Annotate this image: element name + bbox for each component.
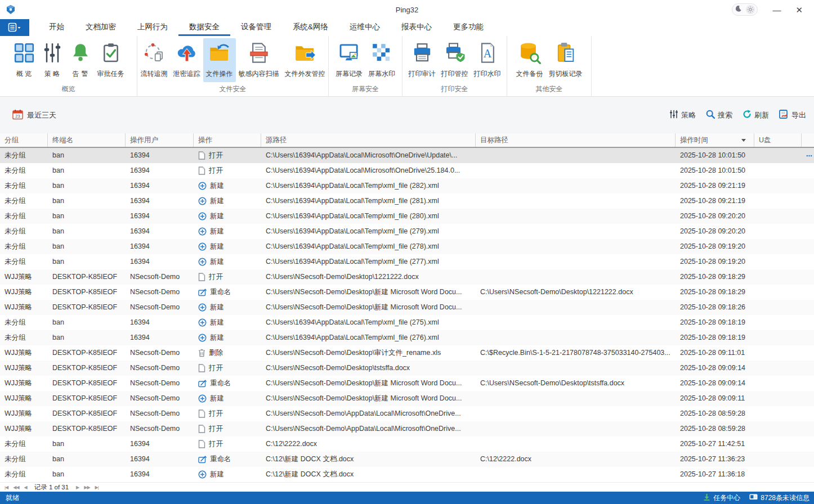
prev-page-button[interactable]: ◀ xyxy=(24,485,27,490)
ribbon-tab[interactable]: 上网行为 xyxy=(127,19,178,36)
cell-user: NSecsoft-Demo xyxy=(126,269,194,285)
table-row[interactable]: 未分组ban16394重命名C:\12\新建 DOCX 文档.docxC:\12… xyxy=(0,452,814,467)
table-row[interactable]: 未分组ban16394新建C:\Users\16394\AppData\Loca… xyxy=(0,330,814,345)
ribbon-button[interactable]: 策 略 xyxy=(38,38,66,82)
cell-operation: 打开 xyxy=(194,361,261,376)
ribbon-button[interactable]: 剪切板记录 xyxy=(546,38,585,82)
table-row[interactable]: WJJ策略DESKTOP-K85IEOFNSecsoft-Demo新建C:\Us… xyxy=(0,300,814,315)
table-row[interactable]: 未分组ban16394新建C:\Users\16394\AppData\Loca… xyxy=(0,239,814,254)
cell-operation: 新建 xyxy=(194,467,261,482)
ribbon-button[interactable]: 屏幕记录 xyxy=(333,38,365,82)
table-row[interactable]: 未分组ban16394打开C:\Users\16394\AppData\Loca… xyxy=(0,148,814,163)
fast-next-button[interactable]: ▶▶ xyxy=(84,485,90,490)
table-row[interactable]: WJJ策略DESKTOP-K85IEOFNSecsoft-Demo打开C:\Us… xyxy=(0,361,814,376)
table-row[interactable]: 未分组ban16394打开C:\Users\16394\AppData\Loca… xyxy=(0,163,814,178)
ribbon-button[interactable]: 文件操作 xyxy=(203,38,236,82)
ribbon-button[interactable]: 敏感内容扫描 xyxy=(236,38,282,82)
app-menu-button[interactable] xyxy=(0,19,29,36)
operation-label: 打开 xyxy=(209,361,223,376)
fast-prev-button[interactable]: ◀◀ xyxy=(13,485,19,490)
policy-filter-button[interactable]: 策略 xyxy=(669,110,696,120)
ribbon-tab[interactable]: 开始 xyxy=(38,19,75,36)
ribbon-tab[interactable]: 文档加密 xyxy=(75,19,127,36)
unread-messages-button[interactable]: 8728条未读信息 xyxy=(749,493,809,503)
column-header[interactable]: U盘 xyxy=(754,133,802,147)
ribbon-tab[interactable]: 系统&网络 xyxy=(282,19,339,36)
close-button[interactable]: ✕ xyxy=(795,6,803,14)
overview-icon xyxy=(13,42,35,66)
ribbon-button[interactable]: A打印水印 xyxy=(471,38,504,82)
ribbon-button-label: 文件外发管控 xyxy=(285,69,325,79)
ribbon-button[interactable]: 流转追溯 xyxy=(138,38,171,82)
column-header[interactable]: 操作时间 xyxy=(676,133,754,147)
ribbon-button[interactable]: 告 警 xyxy=(66,38,95,82)
cell-usb xyxy=(754,467,802,482)
cell-group: WJJ策略 xyxy=(0,345,48,361)
ribbon-tab[interactable]: 更多功能 xyxy=(442,19,494,36)
ribbon-group: 打印审计打印管控A打印水印打印安全 xyxy=(402,36,507,96)
column-header[interactable]: 目标路径 xyxy=(476,133,676,147)
first-page-button[interactable]: |◀ xyxy=(5,485,8,490)
ribbon-button[interactable]: 概 览 xyxy=(10,38,38,82)
table-row[interactable]: 未分组ban16394新建C:\Users\16394\AppData\Loca… xyxy=(0,194,814,209)
new-file-icon xyxy=(198,303,207,312)
cell-strip xyxy=(802,421,814,436)
table-row[interactable]: WJJ策略DESKTOP-K85IEOFNSecsoft-Demo打开C:\Us… xyxy=(0,269,814,285)
cell-user: 16394 xyxy=(126,467,194,482)
ribbon-button[interactable]: 文件备份 xyxy=(513,38,546,82)
table-row[interactable]: 未分组ban16394新建C:\Users\16394\AppData\Loca… xyxy=(0,178,814,194)
ribbon-tab[interactable]: 设备管理 xyxy=(230,19,282,36)
delete-icon xyxy=(198,349,205,357)
export-button[interactable]: 导出 xyxy=(779,110,806,120)
cell-source-path: C:\Users\16394\AppData\Local\Microsoft\O… xyxy=(261,163,476,178)
table-row[interactable]: WJJ策略DESKTOP-K85IEOFNSecsoft-Demo删除C:\Us… xyxy=(0,345,814,361)
ribbon-button[interactable]: 打印审计 xyxy=(406,38,439,82)
column-header[interactable]: 分组 xyxy=(0,133,48,147)
table-row[interactable]: 未分组ban16394新建C:\Users\16394\AppData\Loca… xyxy=(0,315,814,330)
table-row[interactable]: WJJ策略DESKTOP-K85IEOFNSecsoft-Demo重命名C:\U… xyxy=(0,376,814,391)
column-header[interactable]: 操作 xyxy=(194,133,261,147)
operation-label: 重命名 xyxy=(210,376,231,391)
ribbon-tab[interactable]: 数据安全 xyxy=(178,19,230,36)
refresh-button[interactable]: 刷新 xyxy=(743,110,769,120)
cell-source-path: C:\Users\16394\AppData\Local\Temp\xml_fi… xyxy=(261,209,476,224)
table-row[interactable]: 未分组ban16394打开C:\12\2222.docx2025-10-27 1… xyxy=(0,436,814,452)
next-page-button[interactable]: ▶ xyxy=(76,485,79,490)
column-header[interactable]: 操作用户 xyxy=(126,133,194,147)
ribbon-button[interactable]: 审批任务 xyxy=(95,38,127,82)
minimize-button[interactable]: — xyxy=(772,6,781,14)
ribbon-button-label: 屏幕水印 xyxy=(368,69,395,79)
table-row[interactable]: 未分组ban16394新建C:\Users\16394\AppData\Loca… xyxy=(0,254,814,269)
theme-toggle[interactable] xyxy=(732,3,758,16)
cell-strip xyxy=(802,406,814,421)
table-row[interactable]: 未分组ban16394新建C:\12\新建 DOCX 文档.docx2025-1… xyxy=(0,467,814,482)
ribbon-button[interactable]: 泄密追踪 xyxy=(171,38,203,82)
table-row[interactable]: 未分组ban16394新建C:\Users\16394\AppData\Loca… xyxy=(0,209,814,224)
cell-user: NSecsoft-Demo xyxy=(126,285,194,300)
ribbon-button[interactable]: 打印管控 xyxy=(439,38,471,82)
search-button[interactable]: 搜索 xyxy=(706,110,732,120)
ribbon-button[interactable]: 文件外发管控 xyxy=(282,38,328,82)
cell-operation: 重命名 xyxy=(194,376,261,391)
table-row[interactable]: 未分组ban16394新建C:\Users\16394\AppData\Loca… xyxy=(0,224,814,239)
column-header[interactable]: 源路径 xyxy=(261,133,476,147)
last-page-button[interactable]: ▶| xyxy=(95,485,99,490)
table-row[interactable]: WJJ策略DESKTOP-K85IEOFNSecsoft-Demo打开C:\Us… xyxy=(0,406,814,421)
cell-terminal: ban xyxy=(48,209,126,224)
date-range-filter[interactable]: 23 最近三天 xyxy=(12,109,56,122)
table-row[interactable]: WJJ策略DESKTOP-K85IEOFNSecsoft-Demo新建C:\Us… xyxy=(0,391,814,406)
new-file-icon xyxy=(198,212,207,220)
ribbon-button[interactable]: 屏幕水印 xyxy=(365,38,398,82)
row-actions-button[interactable] xyxy=(802,148,814,163)
cell-user: NSecsoft-Demo xyxy=(126,345,194,361)
ribbon-group: 屏幕记录屏幕水印屏幕安全 xyxy=(329,36,402,96)
scrollbar-strip[interactable] xyxy=(802,133,814,147)
task-center-button[interactable]: 任务中心 xyxy=(703,493,740,503)
ribbon-tab[interactable]: 报表中心 xyxy=(391,19,442,36)
column-header[interactable]: 终端名 xyxy=(48,133,126,147)
cell-strip xyxy=(802,239,814,254)
table-row[interactable]: WJJ策略DESKTOP-K85IEOFNSecsoft-Demo重命名C:\U… xyxy=(0,285,814,300)
status-text: 就绪 xyxy=(0,493,19,503)
table-row[interactable]: WJJ策略DESKTOP-K85IEOFNSecsoft-Demo打开C:\Us… xyxy=(0,421,814,436)
ribbon-tab[interactable]: 运维中心 xyxy=(339,19,391,36)
